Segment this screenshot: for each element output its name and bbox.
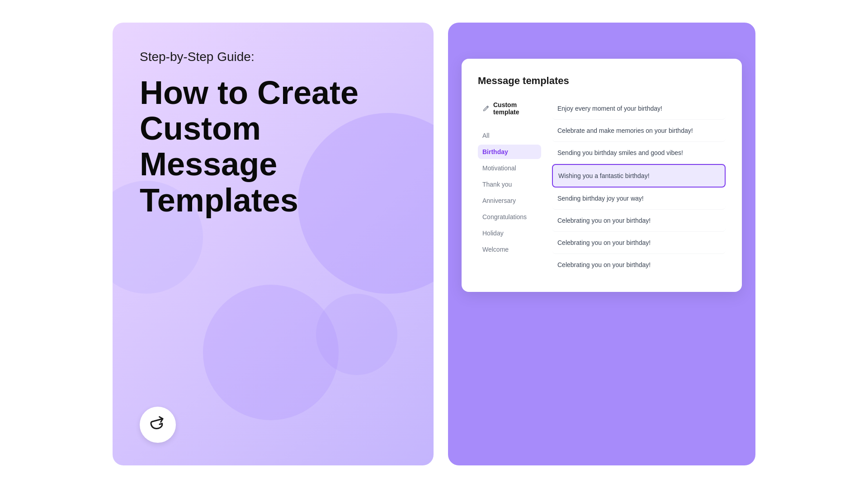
category-motivational[interactable]: Motivational <box>478 161 541 175</box>
message-item[interactable]: Celebrating you on your birthday! <box>552 210 726 232</box>
logo-icon <box>146 412 169 438</box>
category-congratulations[interactable]: Congratulations <box>478 210 541 224</box>
message-item[interactable]: Celebrating you on your birthday! <box>552 254 726 276</box>
main-title: How to Create Custom Message Templates <box>140 75 406 218</box>
sidebar: Custom template All Birthday Motivationa… <box>478 98 541 276</box>
custom-template-item[interactable]: Custom template <box>478 98 541 119</box>
message-item[interactable]: Sending you birthday smiles and good vib… <box>552 142 726 164</box>
message-panel: Message templates Custom template All Bi… <box>462 59 742 292</box>
edit-icon <box>482 105 490 112</box>
right-card: Message templates Custom template All Bi… <box>448 23 755 465</box>
category-all[interactable]: All <box>478 128 541 143</box>
category-anniversary[interactable]: Anniversary <box>478 193 541 208</box>
message-item[interactable]: Sending birthday joy your way! <box>552 188 726 210</box>
custom-template-label: Custom template <box>493 101 537 116</box>
page-container: Step-by-Step Guide: How to Create Custom… <box>0 0 868 488</box>
panel-title: Message templates <box>478 75 726 87</box>
message-item[interactable]: Celebrating you on your birthday! <box>552 232 726 254</box>
logo-badge <box>140 407 176 443</box>
category-holiday[interactable]: Holiday <box>478 226 541 240</box>
left-card: Step-by-Step Guide: How to Create Custom… <box>113 23 434 465</box>
category-thank-you[interactable]: Thank you <box>478 177 541 192</box>
category-welcome[interactable]: Welcome <box>478 242 541 257</box>
messages-list: Enjoy every moment of your birthday! Cel… <box>552 98 726 276</box>
bg-circle-2 <box>316 294 397 375</box>
step-label: Step-by-Step Guide: <box>140 50 406 64</box>
message-item-highlighted[interactable]: Wishing you a fantastic birthday! <box>552 164 726 188</box>
message-item[interactable]: Enjoy every moment of your birthday! <box>552 98 726 120</box>
category-birthday[interactable]: Birthday <box>478 145 541 159</box>
panel-body: Custom template All Birthday Motivationa… <box>478 98 726 276</box>
message-item[interactable]: Celebrate and make memories on your birt… <box>552 120 726 142</box>
